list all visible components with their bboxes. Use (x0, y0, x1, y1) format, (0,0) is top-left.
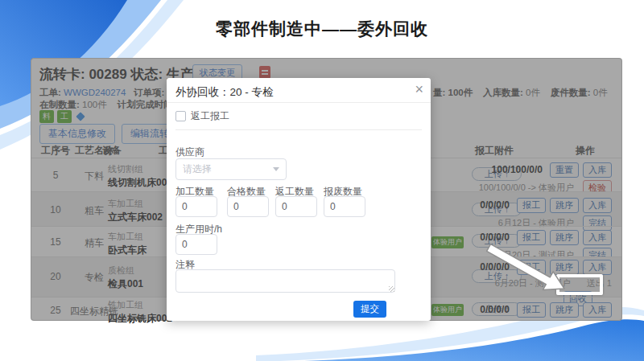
seq-cell: 25 (39, 305, 72, 316)
rework-checkbox-row: 返工报工 (175, 109, 229, 123)
work-order-label: 工单: (39, 88, 61, 97)
inbound-button[interactable]: 入库 (583, 198, 612, 213)
highlight-rectangle (556, 274, 603, 295)
note-textarea[interactable] (175, 269, 395, 293)
divider (167, 102, 431, 103)
basic-info-edit-button[interactable]: 基本信息修改 (39, 124, 115, 144)
seq-cell: 20 (39, 271, 72, 282)
work-order-link[interactable]: WWGD240274 (64, 88, 126, 97)
reset-button[interactable]: 重置 (550, 162, 579, 178)
col-seq: 工序号 (39, 144, 72, 158)
seq-cell: 15 (39, 236, 72, 248)
counts-line: 0/0/0/0报工跳序入库 (480, 302, 612, 318)
report-button[interactable]: 报工 (517, 198, 546, 213)
skip-button[interactable]: 跳序 (550, 198, 579, 213)
outsourcing-recovery-dialog: 外协回收：20 - 专检 × 返工报工 供应商 请选择 加工数量 合格数量 返工… (167, 78, 431, 321)
seq-cell: 10 (39, 204, 72, 215)
pass-qty-input[interactable] (227, 196, 269, 217)
col-device: 设备 (102, 144, 134, 158)
work-tag: 工 (57, 110, 72, 123)
counts-line: 0/0/0/0报工跳序入库 (480, 198, 612, 213)
inbound-button[interactable]: 入库 (583, 302, 612, 318)
scrap-qty-input[interactable] (324, 196, 365, 217)
seq-cell: 5 (39, 170, 72, 181)
order-item-label: 订单项: (134, 88, 164, 97)
report-button[interactable]: 报工 (517, 230, 546, 245)
close-icon[interactable]: × (415, 81, 423, 98)
inbound-button[interactable]: 入库 (583, 162, 612, 178)
counts-line: 100/100/0/0重置入库 (479, 162, 612, 178)
user-tag: 体验用户 (431, 304, 464, 316)
inbound-button[interactable]: 入库 (583, 260, 612, 275)
tag-icon (76, 112, 85, 121)
process-qty-input[interactable] (175, 196, 217, 217)
counts-line: 0/0/0/0报工跳序入库 (480, 230, 612, 245)
report-button[interactable]: 报工 (517, 302, 546, 318)
pdf-file-icon[interactable] (259, 66, 270, 79)
supplier-select[interactable]: 请选择 (175, 158, 287, 180)
material-tag: 料 (39, 110, 54, 123)
rework-qty-input[interactable] (275, 196, 317, 217)
submit-button[interactable]: 提交 (353, 301, 386, 318)
production-hours-input[interactable] (175, 234, 217, 255)
skip-button[interactable]: 跳序 (550, 302, 579, 318)
supplier-label: 供应商 (175, 146, 204, 159)
counts-line: 0/0/0/0报工跳序入库 (480, 260, 612, 275)
rework-checkbox[interactable] (175, 111, 186, 121)
col-attachment: 报工附件 (470, 144, 518, 158)
card-tags: 料 工 (39, 110, 84, 123)
chevron-down-icon (273, 167, 279, 171)
skip-button[interactable]: 跳序 (550, 260, 579, 275)
user-tag: 体验用户 (431, 236, 464, 248)
quantity-info-line: 量: 100件 入库数量: 0件 废件数量: 0件 (433, 87, 608, 99)
inbound-button[interactable]: 入库 (583, 230, 612, 245)
supplier-placeholder: 请选择 (183, 162, 212, 176)
divider (175, 129, 422, 130)
rework-checkbox-label: 返工报工 (191, 109, 229, 123)
col-operation: 操作 (561, 144, 609, 158)
skip-button[interactable]: 跳序 (550, 230, 579, 245)
dialog-title: 外协回收：20 - 专检 (175, 85, 274, 100)
report-button[interactable]: 报工 (517, 260, 546, 275)
resize-handle[interactable] (389, 286, 394, 292)
page-title: 零部件制造中——委外回收 (0, 18, 644, 40)
